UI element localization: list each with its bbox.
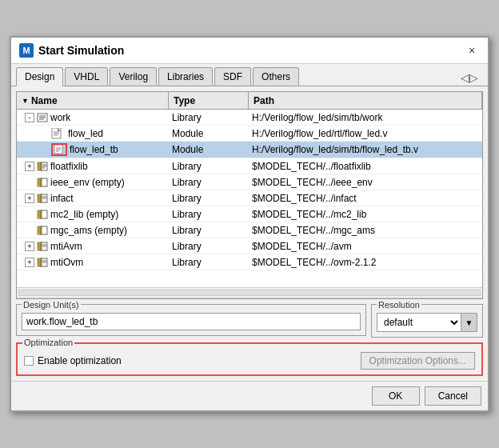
tab-libraries[interactable]: Libraries (158, 67, 213, 86)
design-units-group: Design Unit(s) (16, 304, 366, 336)
cell-name: - work (17, 110, 169, 125)
app-logo: M (19, 43, 34, 58)
table-row[interactable]: flow_led Module H:/Verilog/flow_led/rtl/… (17, 126, 482, 142)
cell-type: Library (169, 110, 249, 125)
cell-path: $MODEL_TECH/../floatfixlib (249, 159, 482, 174)
table-row[interactable]: ieee_env (empty) Library $MODEL_TECH/../… (17, 174, 482, 190)
expand-button[interactable]: + (25, 242, 34, 251)
cell-name: mc2_lib (empty) (17, 207, 169, 222)
dropdown-arrow-icon[interactable]: ▼ (461, 314, 477, 331)
expand-button[interactable]: - (25, 113, 34, 122)
scroll-track (18, 290, 481, 296)
cell-path: H:/Verilog/flow_led/rtl/flow_led.v (249, 126, 482, 141)
table-row[interactable]: mc2_lib (empty) Library $MODEL_TECH/../m… (17, 206, 482, 222)
col-name: ▼ Name (17, 92, 169, 109)
cell-path: H:/Verilog/flow_led/sim/tb/flow_led_tb.v (249, 142, 482, 157)
cell-path: $MODEL_TECH/../mc2_lib (249, 207, 482, 222)
module-icon-highlighted (51, 143, 67, 156)
resolution-select[interactable]: default 1ns 1ps 1fs (377, 314, 461, 331)
ok-button[interactable]: OK (372, 386, 420, 406)
cell-name: flow_led_tb (17, 142, 169, 158)
cancel-button[interactable]: Cancel (425, 386, 481, 406)
col-type: Type (169, 92, 249, 109)
tab-expander[interactable]: ◁▷ (456, 70, 483, 86)
row-name: mtiOvm (50, 257, 83, 268)
table-row[interactable]: + mtiOvm Library $MODEL_TECH/../ovm-2.1.… (17, 254, 482, 270)
row-name: flow_led_tb (70, 144, 118, 155)
cell-path: $MODEL_TECH/../ovm-2.1.2 (249, 255, 482, 270)
optimization-options-button[interactable]: Optimization Options... (361, 352, 475, 370)
cell-path: H:/Verilog/flow_led/sim/tb/work (249, 110, 482, 125)
library-icon (37, 193, 48, 204)
start-simulation-dialog: M Start Simulation × Design VHDL Verilog… (10, 36, 489, 412)
table-row-selected[interactable]: flow_led_tb Module H:/Verilog/flow_led/s… (17, 142, 482, 158)
row-name: infact (50, 193, 74, 204)
expand-button[interactable]: + (25, 258, 34, 267)
dialog-footer: OK Cancel (11, 381, 488, 410)
library-icon (37, 112, 48, 123)
row-name: floatfixlib (50, 161, 88, 172)
cell-name: + floatfixlib (17, 159, 169, 174)
dialog-title: Start Simulation (38, 44, 124, 57)
dialog-content: ▼ Name Type Path - (11, 86, 488, 381)
optimization-group: Optimization Enable optimization Optimiz… (16, 342, 483, 376)
cell-name: + mtiAvm (17, 239, 169, 254)
cell-type: Library (169, 191, 249, 206)
table-row[interactable]: mgc_ams (empty) Library $MODEL_TECH/../m… (17, 222, 482, 238)
tab-verilog[interactable]: Verilog (110, 67, 157, 86)
cell-name: mgc_ams (empty) (17, 223, 169, 238)
tree-table: ▼ Name Type Path - (16, 91, 483, 299)
cell-type: Library (169, 207, 249, 222)
table-row[interactable]: + mtiAvm Library $MODEL_TECH/../avm (17, 238, 482, 254)
resolution-label: Resolution (377, 300, 421, 310)
title-bar-left: M Start Simulation (19, 43, 124, 58)
tab-others[interactable]: Others (253, 67, 299, 86)
row-name: mtiAvm (50, 241, 82, 252)
expand-button[interactable]: + (25, 162, 34, 171)
tab-vhdl[interactable]: VHDL (65, 67, 108, 86)
horizontal-scrollbar[interactable] (17, 287, 482, 298)
table-row[interactable]: + infact Library $MODEL_TECH/../infact (17, 190, 482, 206)
cell-type: Library (169, 239, 249, 254)
library-icon (37, 225, 48, 236)
cell-type: Library (169, 255, 249, 270)
cell-type: Module (169, 142, 249, 157)
row-name: work (50, 112, 70, 123)
cell-path: $MODEL_TECH/../mgc_ams (249, 223, 482, 238)
cell-type: Library (169, 175, 249, 190)
module-icon (51, 128, 66, 139)
cell-path: $MODEL_TECH/../avm (249, 239, 482, 254)
resolution-select-wrap: default 1ns 1ps 1fs ▼ (377, 313, 477, 332)
enable-optimization-text: Enable optimization (38, 355, 122, 366)
table-row[interactable]: - work Library H:/Verilog/flow_led/sim/t… (17, 110, 482, 126)
tab-design[interactable]: Design (16, 67, 63, 86)
library-icon (37, 177, 48, 188)
tabs-bar: Design VHDL Verilog Libraries SDF Others… (11, 64, 488, 86)
cell-type: Library (169, 159, 249, 174)
enable-optimization-checkbox[interactable] (24, 356, 34, 366)
row-name: mgc_ams (empty) (50, 225, 127, 236)
table-header: ▼ Name Type Path (17, 92, 482, 110)
enable-optimization-label[interactable]: Enable optimization (24, 355, 122, 366)
design-units-input[interactable] (22, 313, 361, 330)
title-bar: M Start Simulation × (11, 38, 488, 64)
cell-path: $MODEL_TECH/../infact (249, 191, 482, 206)
optimization-label: Optimization (22, 338, 74, 347)
close-button[interactable]: × (464, 42, 480, 58)
tab-sdf[interactable]: SDF (214, 67, 251, 86)
col-name-label: Name (31, 95, 58, 106)
module-icon (54, 145, 65, 154)
cell-name: + infact (17, 191, 169, 206)
library-icon (37, 161, 48, 172)
optimization-content: Enable optimization Optimization Options… (24, 352, 475, 370)
resolution-group: Resolution default 1ns 1ps 1fs ▼ (371, 304, 483, 338)
expand-button[interactable]: + (25, 194, 34, 203)
table-body[interactable]: - work Library H:/Verilog/flow_led/sim/t… (17, 110, 482, 287)
table-row[interactable]: + floatfixlib Library $MODEL_TECH/../flo… (17, 158, 482, 174)
design-units-label: Design Unit(s) (22, 300, 81, 310)
row-name: ieee_env (empty) (50, 177, 125, 188)
library-icon (37, 257, 48, 268)
library-icon (37, 209, 48, 220)
cell-type: Module (169, 126, 249, 141)
library-icon (37, 241, 48, 252)
